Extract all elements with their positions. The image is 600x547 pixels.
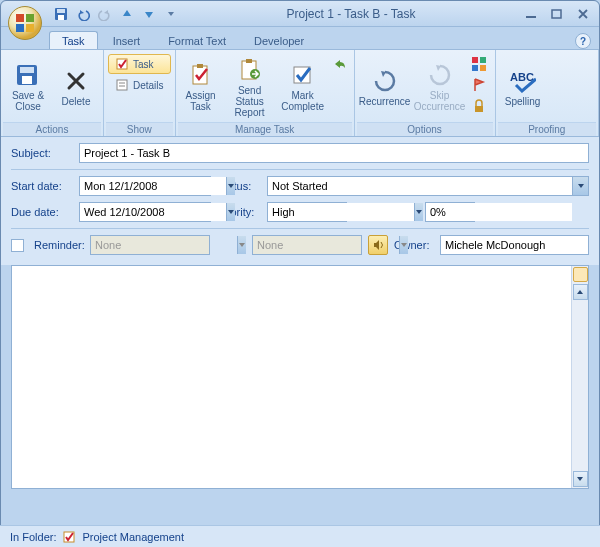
reminder-date-combo [90,235,210,255]
start-date-picker[interactable] [79,176,211,196]
task-form: Subject: Start date: Status: Due date: P… [1,137,599,265]
help-button[interactable]: ? [575,33,591,49]
arrow-down-icon [143,8,155,20]
mark-complete-icon [290,62,316,88]
details-icon [115,78,129,92]
due-date-dropdown[interactable] [226,203,235,221]
delete-button[interactable]: Delete [53,54,99,120]
group-label-actions: Actions [3,122,101,136]
svg-rect-11 [22,76,32,84]
chevron-down-icon [577,182,585,190]
priority-input[interactable] [268,203,414,221]
scroll-down-button[interactable] [573,471,588,487]
due-date-picker[interactable] [79,202,211,222]
svg-rect-2 [16,24,24,32]
spelling-label: Spelling [505,96,541,107]
reply-icon [332,56,348,72]
status-dropdown[interactable] [572,177,588,195]
svg-rect-7 [526,16,536,18]
spelling-button[interactable]: ABC Spelling [500,54,546,120]
save-and-close-button[interactable]: Save & Close [5,54,51,120]
status-input[interactable] [268,177,572,195]
prev-item-button[interactable] [117,4,137,24]
send-status-icon [237,57,263,83]
start-date-dropdown[interactable] [226,177,235,195]
svg-rect-24 [472,65,478,71]
priority-dropdown[interactable] [414,203,423,221]
group-label-options: Options [357,122,493,136]
priority-combo[interactable] [267,202,347,222]
title-bar: Project 1 - Task B - Task [1,1,599,27]
undo-button[interactable] [73,4,93,24]
subject-label: Subject: [11,147,73,159]
chevron-down-icon [400,241,408,249]
send-status-report-button[interactable]: Send Status Report [224,54,276,120]
svg-rect-10 [20,67,34,73]
ribbon-group-manage-task: Assign Task Send Status Report Mark Comp… [176,50,355,136]
scroll-up-button[interactable] [573,284,588,300]
recurrence-button[interactable]: Recurrence [359,54,411,120]
divider [11,169,589,170]
office-button[interactable] [8,6,42,40]
assign-task-button[interactable]: Assign Task [180,54,222,120]
manage-task-extra-button[interactable] [330,54,350,74]
tab-format-text[interactable]: Format Text [155,31,239,49]
show-details-label: Details [133,80,164,91]
help-icon: ? [580,36,586,47]
svg-rect-6 [58,15,64,20]
minimize-button[interactable] [521,6,541,22]
maximize-icon [551,8,563,20]
chevron-down-icon [167,10,175,18]
show-details-button[interactable]: Details [108,75,171,95]
maximize-button[interactable] [547,6,567,22]
vertical-scrollbar[interactable] [571,266,588,488]
qat-customize-button[interactable] [161,4,181,24]
svg-rect-19 [246,59,252,63]
task-body-editor[interactable] [11,265,589,489]
save-close-icon [15,62,41,88]
show-task-button[interactable]: Task [108,54,171,74]
owner-input[interactable] [440,235,589,255]
flag-icon [471,77,487,93]
chevron-down-icon [415,208,423,216]
chevron-up-icon [576,288,584,296]
ruler-toggle-button[interactable] [573,267,588,282]
categorize-button[interactable] [469,54,491,74]
due-date-input[interactable] [80,203,226,221]
next-item-button[interactable] [139,4,159,24]
close-button[interactable] [573,6,593,22]
mark-complete-label: Mark Complete [280,90,326,112]
reminder-checkbox[interactable] [11,239,24,252]
status-bar: In Folder: Project Management [0,525,600,547]
reminder-time-combo [252,235,362,255]
status-combo[interactable] [267,176,589,196]
chevron-down-icon [576,475,584,483]
redo-button[interactable] [95,4,115,24]
ribbon-group-options: Recurrence Skip Occurrence Options [355,50,496,136]
follow-up-button[interactable] [469,75,491,95]
due-date-label: Due date: [11,206,73,218]
task-icon [115,57,129,71]
start-date-input[interactable] [80,177,226,195]
svg-rect-8 [552,10,561,18]
start-date-label: Start date: [11,180,73,192]
group-label-proofing: Proofing [498,122,596,136]
show-task-label: Task [133,59,154,70]
tab-insert[interactable]: Insert [100,31,154,49]
pct-complete-input[interactable] [426,203,572,221]
svg-rect-23 [480,57,486,63]
svg-rect-16 [193,66,207,84]
subject-input[interactable] [79,143,589,163]
save-icon [54,7,68,21]
assign-task-icon [188,62,214,88]
svg-rect-5 [57,9,65,13]
send-status-label: Send Status Report [226,85,274,118]
svg-rect-13 [117,80,127,90]
mark-complete-button[interactable]: Mark Complete [278,54,328,120]
window-title: Project 1 - Task B - Task [181,7,521,21]
private-button[interactable] [469,96,491,116]
pct-complete-input-wrap[interactable] [425,202,475,222]
tab-developer[interactable]: Developer [241,31,317,49]
save-button[interactable] [51,4,71,24]
tab-task[interactable]: Task [49,31,98,49]
